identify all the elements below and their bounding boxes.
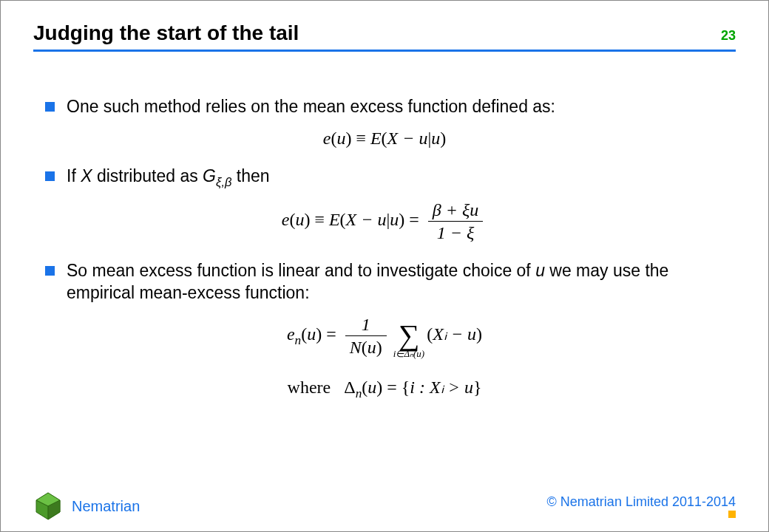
- bullet-icon: [45, 102, 55, 112]
- brand-logo-icon: [33, 491, 63, 521]
- equation-4: where Δn(u) = {i : Xᵢ > u}: [45, 376, 724, 401]
- bullet-3-text: So mean excess function is linear and to…: [67, 260, 724, 304]
- footer-marker-icon: [728, 511, 736, 518]
- equation-1: e(u) ≡ E(X − u|u): [45, 127, 724, 149]
- page-number: 23: [721, 28, 736, 44]
- slide-footer: Nematrian © Nematrian Limited 2011-2014: [1, 491, 768, 521]
- page-title: Judging the start of the tail: [33, 21, 299, 45]
- bullet-1-text: One such method relies on the mean exces…: [67, 96, 555, 118]
- bullet-row-3: So mean excess function is linear and to…: [45, 260, 724, 304]
- bullet-icon: [45, 266, 55, 276]
- copyright-block: © Nematrian Limited 2011-2014: [547, 494, 736, 518]
- slide-body: One such method relies on the mean exces…: [1, 52, 768, 432]
- equation-2: e(u) ≡ E(X − u|u) = β + ξu 1 − ξ: [45, 199, 724, 244]
- bullet-row-1: One such method relies on the mean exces…: [45, 96, 724, 118]
- bullet-icon: [45, 171, 55, 181]
- bullet-row-2: If X distributed as Gξ,β then: [45, 166, 724, 190]
- brand-name: Nematrian: [72, 498, 140, 515]
- copyright-text: © Nematrian Limited 2011-2014: [547, 494, 736, 511]
- equation-3: en(u) = 1 N(u) ∑i∈Δₙ(u) (Xᵢ − u): [45, 313, 724, 358]
- brand: Nematrian: [33, 491, 140, 521]
- slide-header: Judging the start of the tail 23: [1, 1, 768, 52]
- bullet-2-text: If X distributed as Gξ,β then: [67, 166, 270, 190]
